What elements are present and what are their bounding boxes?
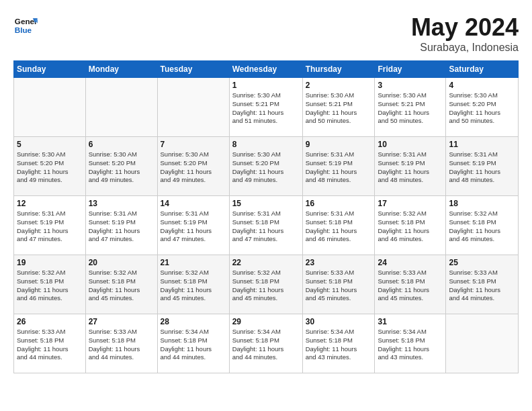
day-info: Sunrise: 5:30 AMSunset: 5:21 PMDaylight:…	[232, 91, 300, 126]
day-number: 21	[161, 258, 226, 267]
day-info: Sunrise: 5:32 AMSunset: 5:18 PMDaylight:…	[449, 210, 515, 244]
days-header-row: SundayMondayTuesdayWednesdayThursdayFrid…	[14, 61, 519, 78]
day-info: Sunrise: 5:31 AMSunset: 5:18 PMDaylight:…	[306, 210, 372, 244]
day-cell: 12Sunrise: 5:31 AMSunset: 5:19 PMDayligh…	[14, 196, 86, 255]
day-header-sunday: Sunday	[14, 61, 86, 78]
day-info: Sunrise: 5:32 AMSunset: 5:18 PMDaylight:…	[378, 210, 443, 244]
day-info: Sunrise: 5:31 AMSunset: 5:19 PMDaylight:…	[378, 150, 443, 185]
day-cell	[446, 314, 519, 373]
day-info: Sunrise: 5:34 AMSunset: 5:18 PMDaylight:…	[232, 328, 300, 362]
day-number: 9	[306, 140, 372, 149]
day-number: 14	[161, 199, 226, 208]
week-row-4: 19Sunrise: 5:32 AMSunset: 5:18 PMDayligh…	[14, 255, 519, 314]
day-number: 2	[306, 81, 372, 90]
day-number: 4	[449, 81, 515, 90]
day-info: Sunrise: 5:30 AMSunset: 5:20 PMDaylight:…	[161, 150, 226, 185]
day-header-tuesday: Tuesday	[157, 61, 229, 78]
day-header-wednesday: Wednesday	[229, 61, 302, 78]
day-cell: 20Sunrise: 5:32 AMSunset: 5:18 PMDayligh…	[85, 255, 157, 314]
day-cell: 7Sunrise: 5:30 AMSunset: 5:20 PMDaylight…	[157, 137, 229, 196]
day-cell: 3Sunrise: 5:30 AMSunset: 5:21 PMDaylight…	[375, 78, 446, 137]
day-number: 30	[306, 317, 372, 326]
day-cell: 22Sunrise: 5:32 AMSunset: 5:18 PMDayligh…	[229, 255, 302, 314]
day-number: 5	[17, 140, 83, 149]
header: General Blue May 2024 Surabaya, Indonesi…	[13, 13, 519, 54]
day-cell: 2Sunrise: 5:30 AMSunset: 5:21 PMDaylight…	[302, 78, 375, 137]
day-cell: 15Sunrise: 5:31 AMSunset: 5:18 PMDayligh…	[229, 196, 302, 255]
day-number: 19	[17, 258, 83, 267]
logo-icon: General Blue	[13, 13, 38, 38]
svg-text:General: General	[15, 17, 38, 26]
day-cell: 16Sunrise: 5:31 AMSunset: 5:18 PMDayligh…	[302, 196, 375, 255]
day-cell: 10Sunrise: 5:31 AMSunset: 5:19 PMDayligh…	[375, 137, 446, 196]
day-info: Sunrise: 5:30 AMSunset: 5:21 PMDaylight:…	[306, 91, 372, 126]
day-header-saturday: Saturday	[446, 61, 519, 78]
day-number: 16	[306, 199, 372, 208]
page: General Blue May 2024 Surabaya, Indonesi…	[0, 0, 532, 411]
day-info: Sunrise: 5:34 AMSunset: 5:18 PMDaylight:…	[161, 328, 226, 362]
day-cell: 5Sunrise: 5:30 AMSunset: 5:20 PMDaylight…	[14, 137, 86, 196]
day-number: 24	[378, 258, 443, 267]
day-header-monday: Monday	[85, 61, 157, 78]
day-cell: 26Sunrise: 5:33 AMSunset: 5:18 PMDayligh…	[14, 314, 86, 373]
week-row-2: 5Sunrise: 5:30 AMSunset: 5:20 PMDaylight…	[14, 137, 519, 196]
day-info: Sunrise: 5:32 AMSunset: 5:18 PMDaylight:…	[161, 269, 226, 303]
day-info: Sunrise: 5:32 AMSunset: 5:18 PMDaylight:…	[17, 269, 83, 303]
week-row-5: 26Sunrise: 5:33 AMSunset: 5:18 PMDayligh…	[14, 314, 519, 373]
day-number: 15	[232, 199, 300, 208]
day-number: 18	[449, 199, 515, 208]
day-number: 27	[89, 317, 154, 326]
day-number: 6	[89, 140, 154, 149]
svg-text:Blue: Blue	[15, 26, 32, 34]
day-cell: 31Sunrise: 5:34 AMSunset: 5:18 PMDayligh…	[375, 314, 446, 373]
day-number: 29	[232, 317, 300, 326]
day-number: 13	[89, 199, 154, 208]
day-number: 17	[378, 199, 443, 208]
week-row-3: 12Sunrise: 5:31 AMSunset: 5:19 PMDayligh…	[14, 196, 519, 255]
month-title: May 2024	[411, 13, 519, 42]
subtitle: Surabaya, Indonesia	[411, 42, 519, 54]
day-number: 3	[378, 81, 443, 90]
day-info: Sunrise: 5:33 AMSunset: 5:18 PMDaylight:…	[378, 269, 443, 303]
day-cell: 14Sunrise: 5:31 AMSunset: 5:19 PMDayligh…	[157, 196, 229, 255]
day-cell: 28Sunrise: 5:34 AMSunset: 5:18 PMDayligh…	[157, 314, 229, 373]
day-cell	[85, 78, 157, 137]
day-number: 31	[378, 317, 443, 326]
day-number: 25	[449, 258, 515, 267]
day-info: Sunrise: 5:33 AMSunset: 5:18 PMDaylight:…	[17, 328, 83, 362]
day-info: Sunrise: 5:33 AMSunset: 5:18 PMDaylight:…	[306, 269, 372, 303]
day-number: 26	[17, 317, 83, 326]
day-info: Sunrise: 5:31 AMSunset: 5:19 PMDaylight:…	[89, 210, 154, 244]
day-number: 8	[232, 140, 300, 149]
day-cell: 25Sunrise: 5:33 AMSunset: 5:18 PMDayligh…	[446, 255, 519, 314]
day-cell: 9Sunrise: 5:31 AMSunset: 5:19 PMDaylight…	[302, 137, 375, 196]
day-number: 12	[17, 199, 83, 208]
day-info: Sunrise: 5:31 AMSunset: 5:18 PMDaylight:…	[232, 210, 300, 244]
day-info: Sunrise: 5:31 AMSunset: 5:19 PMDaylight:…	[17, 210, 83, 244]
day-cell: 19Sunrise: 5:32 AMSunset: 5:18 PMDayligh…	[14, 255, 86, 314]
day-cell: 8Sunrise: 5:30 AMSunset: 5:20 PMDaylight…	[229, 137, 302, 196]
logo: General Blue	[13, 13, 38, 38]
title-block: May 2024 Surabaya, Indonesia	[411, 13, 519, 54]
day-number: 1	[232, 81, 300, 90]
day-number: 11	[449, 140, 515, 149]
day-cell: 23Sunrise: 5:33 AMSunset: 5:18 PMDayligh…	[302, 255, 375, 314]
day-cell: 4Sunrise: 5:30 AMSunset: 5:20 PMDaylight…	[446, 78, 519, 137]
day-header-friday: Friday	[375, 61, 446, 78]
day-number: 23	[306, 258, 372, 267]
day-cell: 13Sunrise: 5:31 AMSunset: 5:19 PMDayligh…	[85, 196, 157, 255]
day-info: Sunrise: 5:30 AMSunset: 5:20 PMDaylight:…	[89, 150, 154, 185]
day-info: Sunrise: 5:32 AMSunset: 5:18 PMDaylight:…	[89, 269, 154, 303]
day-info: Sunrise: 5:30 AMSunset: 5:20 PMDaylight:…	[232, 150, 300, 185]
day-number: 10	[378, 140, 443, 149]
day-cell: 18Sunrise: 5:32 AMSunset: 5:18 PMDayligh…	[446, 196, 519, 255]
day-info: Sunrise: 5:34 AMSunset: 5:18 PMDaylight:…	[378, 328, 443, 362]
day-number: 20	[89, 258, 154, 267]
day-info: Sunrise: 5:34 AMSunset: 5:18 PMDaylight:…	[306, 328, 372, 362]
day-cell	[157, 78, 229, 137]
day-info: Sunrise: 5:33 AMSunset: 5:18 PMDaylight:…	[89, 328, 154, 362]
day-info: Sunrise: 5:30 AMSunset: 5:20 PMDaylight:…	[449, 91, 515, 126]
day-cell: 17Sunrise: 5:32 AMSunset: 5:18 PMDayligh…	[375, 196, 446, 255]
day-info: Sunrise: 5:33 AMSunset: 5:18 PMDaylight:…	[449, 269, 515, 303]
day-number: 22	[232, 258, 300, 267]
